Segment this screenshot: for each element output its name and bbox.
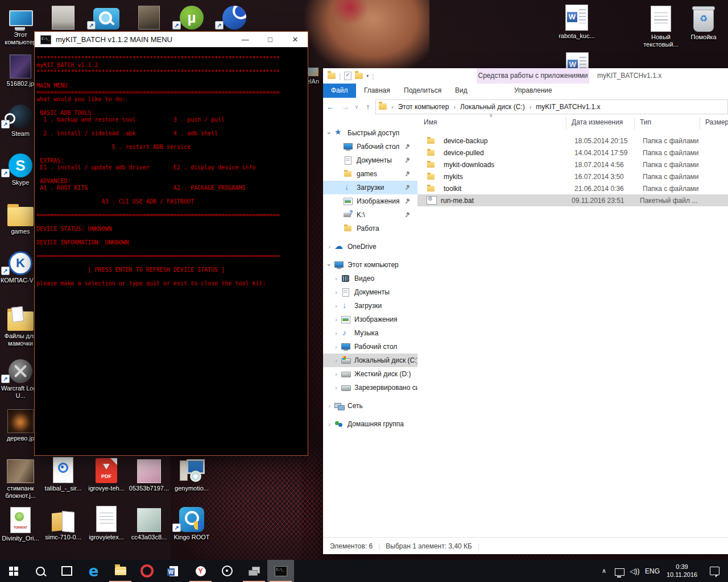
chevron-collapsed-icon[interactable]: ›: [333, 289, 339, 296]
column-separator[interactable]: [700, 117, 700, 130]
language-indicator[interactable]: ENG: [643, 560, 662, 582]
minimize-button[interactable]: —: [233, 32, 258, 47]
column-header-date[interactable]: Дата изменения: [572, 118, 623, 132]
chevron-collapsed-icon[interactable]: ›: [333, 316, 339, 323]
sidebar-item-this-pc[interactable]: › Этот компьютер: [323, 258, 417, 272]
sidebar-item-desktop-pc[interactable]: › Рабочий стол: [323, 340, 417, 354]
up-button[interactable]: ↑: [361, 102, 375, 111]
taskbar-search-button[interactable]: [27, 560, 53, 582]
sidebar-item-documents[interactable]: Документы: [323, 153, 417, 167]
column-header-name[interactable]: Имя: [424, 118, 437, 132]
sidebar-item-local-disk-c[interactable]: › Локальный диск (C:): [323, 354, 417, 367]
taskbar-explorer-button[interactable]: [107, 560, 134, 582]
chevron-expanded-icon[interactable]: ›: [326, 262, 333, 268]
sidebar-item-desktop[interactable]: Рабочий стол: [323, 140, 417, 153]
desktop-icon-pdf[interactable]: igrovye-teh...: [86, 457, 127, 492]
desktop-icon-genymotion[interactable]: genymotio...: [171, 457, 212, 492]
desktop-icon-new-textfile[interactable]: Новый текстовый...: [640, 6, 681, 48]
sidebar-item-reserved[interactable]: › Зарезервировано си: [323, 381, 417, 394]
chevron-collapsed-icon[interactable]: ›: [326, 243, 332, 250]
action-center-button[interactable]: [705, 560, 723, 582]
taskbar-word-button[interactable]: [160, 560, 187, 582]
desktop-icon-talibal[interactable]: talibal_-_sir...: [43, 457, 84, 492]
sidebar-item-homegroup[interactable]: › Домашняя группа: [323, 417, 417, 431]
chevron-collapsed-icon[interactable]: ›: [333, 275, 339, 282]
new-folder-icon[interactable]: [355, 73, 363, 79]
sidebar-item-downloads[interactable]: Загрузки: [323, 181, 417, 194]
sidebar-item-music[interactable]: › Музыка: [323, 326, 417, 340]
column-header-type[interactable]: Тип: [640, 118, 651, 132]
chevron-expanded-icon[interactable]: ›: [326, 130, 333, 136]
tab-home[interactable]: Главная: [356, 84, 398, 98]
recent-locations-chevron-icon[interactable]: ∨: [353, 104, 361, 110]
breadcrumb-current-folder[interactable]: myKIT_BATCHv1.1.x: [536, 103, 600, 111]
taskbar-opera-button[interactable]: [134, 560, 160, 582]
tab-view[interactable]: Вид: [447, 84, 475, 98]
column-separator[interactable]: [634, 117, 635, 130]
taskbar-circle-app-button[interactable]: [214, 560, 241, 582]
close-button[interactable]: ✕: [283, 32, 308, 47]
taskbar-edge-button[interactable]: e: [80, 560, 107, 582]
tab-file[interactable]: Файл: [323, 84, 356, 98]
sidebar-item-pictures-pc[interactable]: › Изображения: [323, 313, 417, 326]
desktop-icon-simc[interactable]: simc-710-0...: [43, 506, 84, 541]
network-tray-button[interactable]: [612, 560, 627, 582]
sidebar-item-games[interactable]: games: [323, 167, 417, 181]
sidebar-item-onedrive[interactable]: › OneDrive: [323, 240, 417, 253]
column-separator[interactable]: [566, 117, 566, 130]
start-button[interactable]: [0, 560, 27, 582]
taskbar-utility-button[interactable]: [241, 560, 267, 582]
tray-expand-button[interactable]: ∧: [597, 560, 611, 582]
chevron-collapsed-icon[interactable]: ›: [333, 371, 339, 377]
tab-share[interactable]: Поделиться: [396, 84, 449, 98]
clock[interactable]: 0:39 10.11.2016: [663, 560, 701, 582]
task-view-button[interactable]: [53, 560, 80, 582]
cmd-console[interactable]: ****************************************…: [35, 47, 308, 455]
desktop-icon-divinity-torrent[interactable]: Divinity_Ori...: [0, 507, 41, 542]
column-header-size[interactable]: Размер: [705, 118, 728, 132]
quick-access-toolbar[interactable]: | ▾ |: [323, 68, 374, 84]
sidebar-item-pictures[interactable]: Изображения: [323, 194, 417, 208]
volume-tray-button[interactable]: ◁)): [627, 560, 642, 582]
sidebar-item-network[interactable]: › Сеть: [323, 399, 417, 413]
desktop-icon-cc43a[interactable]: cc43a03c8...: [129, 506, 169, 541]
table-row-selected[interactable]: run-me.bat 09.11.2016 23:51 Пакетный фай…: [417, 194, 728, 206]
desktop-icon-recycle-bin[interactable]: Помойка: [683, 6, 724, 41]
chevron-collapsed-icon[interactable]: ›: [333, 343, 339, 350]
sidebar-item-documents-pc[interactable]: › Документы: [323, 285, 417, 299]
desktop-icon-kingo-root[interactable]: Kingo ROOT: [171, 506, 212, 541]
sidebar-item-k-drive[interactable]: K:\: [323, 208, 417, 222]
table-row[interactable]: device-backup 18.05.2014 20:15 Папка с ф…: [417, 135, 728, 147]
table-row[interactable]: device-pulled 14.04.2014 17:59 Папка с ф…: [417, 147, 728, 159]
sidebar-item-video[interactable]: › Видео: [323, 272, 417, 285]
chevron-collapsed-icon[interactable]: ›: [326, 421, 332, 427]
properties-icon[interactable]: [344, 72, 351, 80]
taskbar-cmd-button[interactable]: [267, 560, 294, 582]
table-row[interactable]: toolkit 21.06.2014 0:36 Папка с файлами: [417, 182, 728, 194]
folder-icon[interactable]: [328, 73, 336, 79]
sidebar-item-hard-disk-d[interactable]: › Жесткий диск (D:): [323, 367, 417, 381]
breadcrumb-local-disk-c[interactable]: Локальный диск (C:): [460, 103, 525, 111]
breadcrumb-this-pc[interactable]: Этот компьютер: [398, 103, 449, 111]
tab-manage[interactable]: Управление: [506, 84, 560, 98]
forward-button[interactable]: →: [338, 102, 353, 111]
maximize-button[interactable]: □: [258, 32, 283, 47]
desktop-icon-steampunk[interactable]: стимпанк блокнот.j...: [0, 457, 41, 500]
cmd-titlebar[interactable]: myKIT_BATCH v1.1.2 MAIN MENU — □ ✕: [35, 32, 308, 47]
desktop-icon-rabota-doc[interactable]: rabota_kuc...: [556, 5, 597, 40]
sidebar-item-rabota[interactable]: Работа: [323, 222, 417, 235]
desktop-icon-05353b[interactable]: 05353b7197...: [129, 457, 169, 492]
chevron-collapsed-icon[interactable]: ›: [333, 357, 339, 364]
breadcrumb[interactable]: › Этот компьютер › Локальный диск (C:) ›…: [375, 99, 728, 114]
table-row[interactable]: mykits 16.07.2014 3:50 Папка с файлами: [417, 171, 728, 182]
desktop-icon-igrovyietex[interactable]: igrovyietex...: [86, 506, 127, 541]
chevron-collapsed-icon[interactable]: ›: [333, 330, 339, 336]
chevron-collapsed-icon[interactable]: ›: [333, 302, 339, 309]
chevron-collapsed-icon[interactable]: ›: [326, 402, 332, 409]
chevron-collapsed-icon[interactable]: ›: [333, 384, 339, 391]
sidebar-item-quick-access[interactable]: › Быстрый доступ: [323, 126, 417, 140]
table-row[interactable]: mykit-downloads 18.07.2014 4:56 Папка с …: [417, 159, 728, 171]
taskbar-yandex-button[interactable]: Y: [187, 560, 214, 582]
back-button[interactable]: ←: [323, 102, 338, 111]
sidebar-item-downloads-pc[interactable]: › Загрузки: [323, 299, 417, 313]
